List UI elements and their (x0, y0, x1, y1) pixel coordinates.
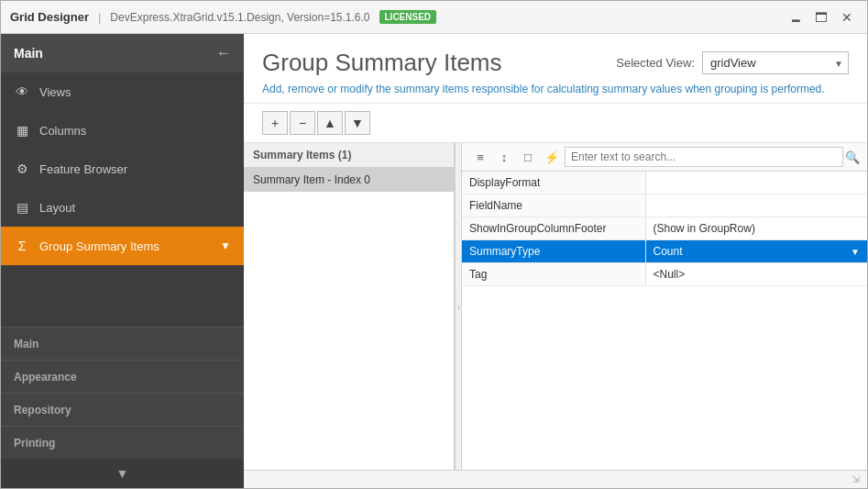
list-item[interactable]: Summary Item - Index 0 (244, 168, 454, 192)
table-row-summarytype[interactable]: SummaryType Count ▼ (462, 240, 867, 263)
remove-button[interactable]: − (290, 111, 315, 135)
prop-value-tag: <Null> (645, 263, 867, 286)
selected-view-dropdown-wrapper: gridView (702, 51, 849, 74)
list-panel: Summary Items (1) Summary Item - Index 0 (244, 143, 455, 470)
sigma-icon: Σ (14, 239, 30, 253)
resize-handle-icon: ⇲ (852, 473, 860, 485)
properties-table: DisplayFormat FieldName ShowInGroupColum… (462, 172, 867, 470)
panel-area: Summary Items (1) Summary Item - Index 0… (244, 143, 867, 470)
statusbar: ⇲ (244, 470, 867, 488)
table-row[interactable]: ShowInGroupColumnFooter (Show in GroupRo… (462, 217, 867, 240)
table-row[interactable]: DisplayFormat (462, 172, 867, 194)
prop-name-tag: Tag (462, 263, 645, 286)
close-button[interactable]: ✕ (836, 8, 858, 27)
layout-icon: ▤ (14, 200, 30, 215)
events-button[interactable]: ⚡ (541, 147, 563, 167)
list-item-label: Summary Item - Index 0 (253, 173, 370, 186)
prop-value-showingroupcolumnfooter: (Show in GroupRow) (645, 217, 867, 240)
selected-view-label: Selected View: (616, 56, 695, 70)
summary-type-dropdown[interactable]: Count ▼ (654, 245, 861, 258)
table-row[interactable]: Tag <Null> (462, 263, 867, 286)
sidebar-group-main[interactable]: Main (1, 327, 244, 360)
main-window: Grid Designer | DevExpress.XtraGrid.v15.… (0, 0, 868, 489)
app-title: Grid Designer (10, 10, 89, 24)
sidebar-header-title: Main (14, 46, 216, 61)
sidebar-footer: ▼ (1, 459, 244, 488)
list-panel-header: Summary Items (1) (244, 143, 454, 168)
prop-value-summarytype: Count ▼ (645, 240, 867, 263)
columns-icon: ▦ (14, 123, 30, 138)
right-panel: Group Summary Items Selected View: gridV… (244, 34, 867, 488)
props-table-element: DisplayFormat FieldName ShowInGroupColum… (462, 172, 867, 286)
search-icon[interactable]: 🔍 (845, 150, 860, 164)
sidebar-item-columns[interactable]: ▦ Columns (1, 111, 244, 150)
list-panel-items: Summary Item - Index 0 (244, 168, 454, 470)
sidebar-nav: 👁 Views ▦ Columns ⚙ Feature Browser ▤ La… (1, 72, 244, 327)
group-main-label: Main (14, 338, 38, 350)
eye-icon: 👁 (14, 84, 30, 99)
add-button[interactable]: + (262, 111, 288, 135)
sidebar-scroll-down-icon[interactable]: ▼ (116, 466, 129, 481)
gear-icon: ⚙ (14, 161, 30, 176)
app-subtitle: DevExpress.XtraGrid.v15.1.Design, Versio… (110, 11, 369, 24)
sidebar-header: Main ← (1, 34, 244, 72)
sidebar-group-appearance[interactable]: Appearance (1, 360, 244, 393)
sidebar-item-feature-browser[interactable]: ⚙ Feature Browser (1, 150, 244, 188)
sidebar-label-feature-browser: Feature Browser (39, 162, 127, 176)
license-badge: LICENSED (379, 10, 437, 24)
properties-search-input[interactable] (565, 147, 843, 167)
prop-name-fieldname: FieldName (462, 194, 645, 217)
page-header-top: Group Summary Items Selected View: gridV… (262, 49, 849, 77)
props-toolbar: ≡ ↕ □ ⚡ 🔍 (462, 143, 867, 172)
sidebar-item-group-summary[interactable]: Σ Group Summary Items ▼ (1, 227, 244, 265)
sidebar: Main ← 👁 Views ▦ Columns ⚙ Feature Brows… (1, 34, 244, 488)
group-repository-label: Repository (14, 404, 71, 417)
titlebar: Grid Designer | DevExpress.XtraGrid.v15.… (1, 1, 867, 34)
alphabetical-view-button[interactable]: ↕ (493, 147, 515, 167)
group-appearance-label: Appearance (14, 371, 77, 383)
sidebar-group-printing[interactable]: Printing (1, 426, 244, 459)
window-controls: 🗕 🗖 ✕ (785, 8, 858, 27)
sidebar-label-group-summary: Group Summary Items (39, 239, 159, 253)
sidebar-item-layout[interactable]: ▤ Layout (1, 188, 244, 227)
selected-view-row: Selected View: gridView (616, 51, 849, 74)
toolbar: + − ▲ ▼ (244, 104, 867, 143)
properties-panel: ≡ ↕ □ ⚡ 🔍 DisplayFormat (462, 143, 867, 470)
table-row[interactable]: FieldName (462, 194, 867, 217)
page-header: Group Summary Items Selected View: gridV… (244, 34, 867, 104)
active-arrow-icon: ▼ (220, 239, 231, 252)
sidebar-group-repository[interactable]: Repository (1, 393, 244, 426)
description-button[interactable]: □ (517, 147, 539, 167)
categorized-view-button[interactable]: ≡ (469, 147, 491, 167)
prop-name-summarytype: SummaryType (462, 240, 645, 263)
maximize-button[interactable]: 🗖 (810, 8, 832, 27)
panel-resizer[interactable]: · · · (455, 143, 462, 470)
page-description: Add, remove or modify the summary items … (262, 83, 849, 95)
minimize-button[interactable]: 🗕 (785, 8, 807, 27)
prop-value-displayformat (645, 172, 867, 194)
prop-name-displayformat: DisplayFormat (462, 172, 645, 194)
prop-name-showingroupcolumnfooter: ShowInGroupColumnFooter (462, 217, 645, 240)
sidebar-label-columns: Columns (39, 124, 86, 138)
group-printing-label: Printing (14, 437, 55, 450)
page-title: Group Summary Items (262, 49, 502, 77)
sidebar-label-layout: Layout (39, 201, 75, 215)
content-area: Main ← 👁 Views ▦ Columns ⚙ Feature Brows… (1, 34, 867, 488)
sidebar-label-views: Views (39, 85, 71, 99)
title-separator: | (98, 10, 101, 24)
sidebar-back-icon[interactable]: ← (216, 45, 231, 61)
move-down-button[interactable]: ▼ (345, 111, 370, 135)
summary-type-value: Count (654, 245, 683, 258)
prop-value-fieldname (645, 194, 867, 217)
move-up-button[interactable]: ▲ (317, 111, 343, 135)
dropdown-arrow-icon[interactable]: ▼ (851, 247, 860, 257)
sidebar-item-views[interactable]: 👁 Views (1, 72, 244, 111)
selected-view-dropdown[interactable]: gridView (702, 51, 849, 74)
